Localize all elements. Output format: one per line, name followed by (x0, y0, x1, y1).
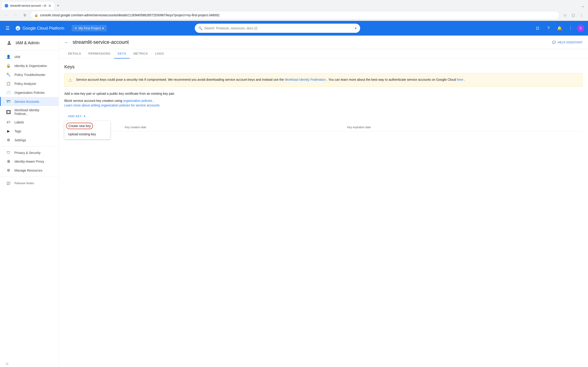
tab-metrics[interactable]: METRICS (130, 49, 151, 58)
page-header: ← streamlit-service-account 💬 HELP ASSIS… (59, 35, 588, 49)
tab-permissions[interactable]: PERMISSIONS (85, 49, 114, 58)
policy-troubleshooter-label: Policy Troubleshooter (15, 73, 45, 77)
iam-icon: 👤 (6, 55, 11, 59)
keys-table-header-row: Key creation date Key expiration date (64, 123, 582, 131)
tabs-bar: DETAILS PERMISSIONS KEYS METRICS LOGS (59, 49, 588, 59)
forward-nav-button[interactable]: → (12, 11, 19, 19)
browser-minimize-button[interactable]: ⌄ (579, 3, 586, 9)
more-options-button[interactable]: ⋮ (578, 11, 585, 19)
org-policies-link-text[interactable]: organization policies (123, 99, 152, 102)
sidebar-item-policy-analyzer[interactable]: 📋 Policy Analyzer (0, 79, 59, 88)
block-text-part2: . (153, 99, 154, 102)
create-new-key-item[interactable]: Create new key (64, 122, 110, 130)
privacy-security-icon: 🛡 (6, 151, 11, 155)
add-key-container: ADD KEY ▾ Create new key Upload existing… (64, 113, 89, 120)
gcp-header: ☰ ☁ Google Cloud Platform ✦ My First Pro… (0, 21, 588, 35)
labels-icon: 🏷 (6, 120, 11, 124)
project-dropdown-icon: ▾ (102, 26, 104, 30)
sidebar-item-iam[interactable]: 👤 IAM (0, 52, 59, 61)
release-notes-icon: 📰 (6, 181, 11, 185)
add-key-button[interactable]: ADD KEY ▾ (64, 113, 89, 120)
tags-icon: ▶ (6, 129, 11, 133)
header-actions: ⊡ ? 🔔 ⋮ S (533, 24, 584, 33)
sidebar-collapse-button[interactable]: ◁ (0, 360, 59, 367)
iam-admin-icon (6, 39, 13, 47)
warning-text-part1: Service account keys could pose a securi… (76, 78, 284, 81)
sidebar-item-settings[interactable]: ⚙ Settings (0, 135, 59, 144)
sidebar-item-release-notes[interactable]: 📰 Release Notes (0, 179, 59, 188)
back-button[interactable]: ← (64, 40, 69, 45)
learn-more-link[interactable]: Learn more about setting organization po… (64, 103, 160, 107)
tab-close-button[interactable]: ✕ (48, 4, 51, 8)
create-new-key-label: Create new key (69, 124, 91, 128)
policy-troubleshooter-icon: 🔧 (6, 73, 11, 77)
user-avatar[interactable]: S (577, 25, 584, 32)
sidebar-item-identity-org[interactable]: 🔒 Identity & Organization (0, 61, 59, 70)
bookmark-button[interactable]: ☆ (561, 11, 569, 19)
tab-logs[interactable]: LOGS (151, 49, 167, 58)
identity-aware-proxy-icon: 🖥 (6, 159, 11, 164)
tab-title: streamlit-service-account – IA (10, 4, 46, 7)
settings-icon: ⚙ (6, 138, 11, 142)
help-button[interactable]: ? (544, 24, 553, 33)
more-menu-button[interactable]: ⋮ (566, 24, 575, 33)
sidebar-item-policy-troubleshooter[interactable]: 🔧 Policy Troubleshooter (0, 70, 59, 79)
sidebar-item-tags[interactable]: ▶ Tags (0, 127, 59, 135)
tab-details[interactable]: DETAILS (64, 49, 85, 58)
project-icon: ✦ (74, 26, 77, 30)
project-selector[interactable]: ✦ My First Project ▾ (72, 25, 107, 31)
upload-existing-key-label: Upload existing key (68, 132, 96, 136)
sidebar-item-identity-aware-proxy[interactable]: 🖥 Identity-Aware Proxy (0, 157, 59, 166)
workload-identity-link[interactable]: Workload Identity Federation (285, 78, 326, 81)
block-text-part1: Block service account key creation using (64, 99, 122, 102)
sidebar: IAM & Admin 👤 IAM 🔒 Identity & Organizat… (0, 35, 59, 367)
notifications-button[interactable]: 🔔 (555, 24, 564, 33)
upload-existing-key-item[interactable]: Upload existing key (64, 130, 110, 138)
org-policies-label: Organization Policies (15, 91, 45, 94)
add-key-label: ADD KEY (68, 115, 82, 118)
tab-favicon (5, 4, 8, 8)
cloud-shell-button[interactable]: ⊡ (533, 24, 542, 33)
key-creation-date-column-header: Key creation date (121, 123, 343, 131)
profile-button[interactable]: ⬡ (570, 11, 577, 19)
sidebar-item-manage-resources[interactable]: ⚙ Manage Resources (0, 166, 59, 175)
tab-keys[interactable]: KEYS (114, 49, 130, 58)
service-accounts-label: Service Accounts (15, 100, 39, 103)
manage-resources-icon: ⚙ (6, 168, 11, 173)
create-new-key-highlight[interactable]: Create new key (66, 123, 93, 129)
identity-aware-proxy-label: Identity-Aware Proxy (15, 160, 44, 163)
sidebar-title: IAM & Admin (16, 41, 40, 45)
sidebar-item-privacy-security[interactable]: 🛡 Privacy & Security (0, 148, 59, 157)
sidebar-item-labels[interactable]: 🏷 Labels (0, 118, 59, 127)
sidebar-item-workload-identity[interactable]: 🔲 Workload Identity Federat... (0, 106, 59, 118)
warning-icon: ⚠ (68, 77, 72, 83)
reload-nav-button[interactable]: ↻ (21, 11, 28, 19)
add-key-dropdown-menu: Create new key Upload existing key (64, 121, 110, 139)
sidebar-item-service-accounts[interactable]: 🪪 Service Accounts (0, 97, 59, 106)
help-assistant-icon: 💬 (552, 41, 556, 44)
browser-active-tab[interactable]: streamlit-service-account – IA ✕ (2, 2, 54, 10)
content-area: ← streamlit-service-account 💬 HELP ASSIS… (59, 35, 588, 367)
browser-tab-bar: streamlit-service-account – IA ✕ + ⌄ (0, 0, 588, 10)
browser-chrome: streamlit-service-account – IA ✕ + ⌄ ← →… (0, 0, 588, 21)
nav-actions: ☆ ⬡ ⋮ (561, 11, 585, 19)
warning-text: Service account keys could pose a securi… (76, 77, 465, 82)
workload-identity-label: Workload Identity Federat... (15, 108, 53, 116)
back-nav-button[interactable]: ← (3, 11, 10, 19)
key-expiration-date-column-header: Key expiration date (344, 123, 582, 131)
search-dropdown-icon[interactable]: ▾ (355, 26, 356, 30)
hamburger-menu-button[interactable]: ☰ (4, 24, 11, 33)
search-input[interactable] (204, 26, 353, 30)
privacy-security-label: Privacy & Security (15, 151, 41, 155)
sidebar-item-org-policies[interactable]: 📄 Organization Policies (0, 88, 59, 97)
address-bar[interactable]: 🔒 console.cloud.google.com/iam-admin/ser… (30, 11, 560, 19)
gcp-logo: ☁ Google Cloud Platform (15, 25, 64, 31)
sidebar-header: IAM & Admin (0, 35, 59, 50)
new-tab-button[interactable]: + (55, 2, 61, 9)
url-text: console.cloud.google.com/iam-admin/servi… (40, 13, 556, 17)
sidebar-divider-2 (0, 177, 59, 177)
gcp-title-text: Google Cloud Platform (23, 26, 64, 31)
help-assistant-button[interactable]: 💬 HELP ASSISTANT (552, 41, 582, 44)
here-link[interactable]: here (457, 78, 463, 81)
global-search-bar[interactable]: 🔍 ▾ (195, 24, 360, 33)
